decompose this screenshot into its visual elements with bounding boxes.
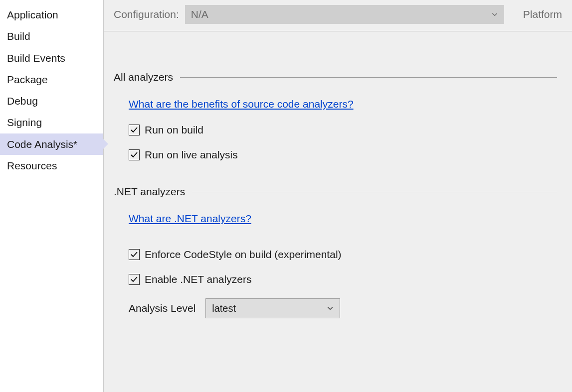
analysis-level-select[interactable]: latest [205,298,340,318]
sidebar: Application Build Build Events Package D… [0,0,104,392]
checkbox-label-run-on-build: Run on build [145,124,203,136]
checkbox-enforce-codestyle[interactable] [129,249,140,260]
check-icon [130,126,138,134]
section-divider [192,192,557,192]
spacer [114,239,557,249]
section-header-net-analyzers: .NET analyzers [114,186,557,198]
checkbox-row-enable-net-analyzers: Enable .NET analyzers [129,273,557,285]
section-header-all-analyzers: All analyzers [114,71,557,83]
configuration-value: N/A [191,8,208,20]
sidebar-item-resources[interactable]: Resources [0,155,103,176]
sidebar-item-build[interactable]: Build [0,25,103,47]
checkbox-label-run-on-live: Run on live analysis [145,149,238,161]
check-icon [130,251,138,259]
configuration-row: Configuration: N/A Platform [104,0,572,31]
checkbox-row-run-on-live: Run on live analysis [129,149,557,161]
check-icon [130,151,138,159]
analysis-level-value: latest [212,303,236,314]
sidebar-item-package[interactable]: Package [0,69,103,90]
sidebar-item-signing[interactable]: Signing [0,112,103,133]
checkbox-row-run-on-build: Run on build [129,124,557,136]
sidebar-item-build-events[interactable]: Build Events [0,47,103,69]
sidebar-item-debug[interactable]: Debug [0,90,103,112]
chevron-down-icon [327,305,334,312]
platform-label: Platform [523,8,562,20]
checkbox-run-on-build[interactable] [129,125,140,135]
chevron-down-icon [491,11,498,18]
section-title-net-analyzers: .NET analyzers [114,186,185,198]
analysis-level-row: Analysis Level latest [129,298,557,318]
analysis-level-label: Analysis Level [129,302,195,314]
configuration-select[interactable]: N/A [185,5,504,24]
sidebar-item-code-analysis[interactable]: Code Analysis* [0,133,103,155]
sidebar-item-application[interactable]: Application [0,4,103,25]
link-benefits-analyzers[interactable]: What are the benefits of source code ana… [129,98,354,110]
link-net-analyzers[interactable]: What are .NET analyzers? [129,213,251,225]
configuration-label: Configuration: [114,8,179,20]
checkbox-run-on-live[interactable] [129,149,140,160]
content-area: All analyzers What are the benefits of s… [104,31,572,333]
main-panel: Configuration: N/A Platform All analyzer… [104,0,572,392]
section-divider [180,77,557,78]
checkbox-enable-net-analyzers[interactable] [129,274,140,285]
checkbox-row-enforce-codestyle: Enforce CodeStyle on build (experimental… [129,249,557,261]
checkbox-label-enable-net-analyzers: Enable .NET analyzers [145,273,251,285]
section-title-all-analyzers: All analyzers [114,71,173,83]
checkbox-label-enforce-codestyle: Enforce CodeStyle on build (experimental… [145,249,342,261]
check-icon [130,275,138,283]
